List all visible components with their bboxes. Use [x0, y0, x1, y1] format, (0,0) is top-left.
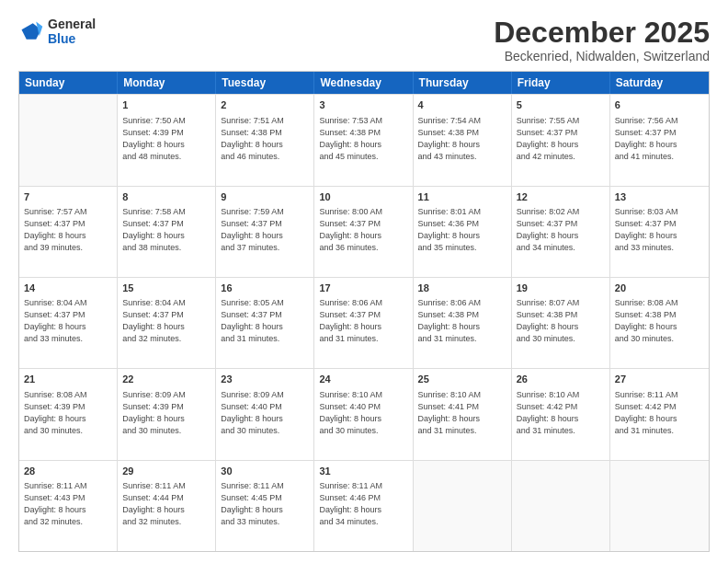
day-info: Sunrise: 8:11 AM Sunset: 4:42 PM Dayligh… — [615, 389, 704, 437]
day-info: Sunrise: 7:57 AM Sunset: 4:37 PM Dayligh… — [24, 206, 112, 254]
day-cell-9: 9Sunrise: 7:59 AM Sunset: 4:37 PM Daylig… — [216, 187, 314, 277]
day-info: Sunrise: 8:04 AM Sunset: 4:37 PM Dayligh… — [122, 297, 210, 345]
day-cell-14: 14Sunrise: 8:04 AM Sunset: 4:37 PM Dayli… — [19, 278, 118, 368]
day-number: 31 — [319, 465, 407, 478]
empty-cell — [610, 461, 709, 551]
subtitle: Beckenried, Nidwalden, Switzerland — [494, 49, 710, 63]
day-cell-12: 12Sunrise: 8:02 AM Sunset: 4:37 PM Dayli… — [512, 187, 610, 277]
week-row-2: 14Sunrise: 8:04 AM Sunset: 4:37 PM Dayli… — [19, 277, 709, 368]
logo-icon — [18, 18, 44, 44]
day-info: Sunrise: 7:55 AM Sunset: 4:37 PM Dayligh… — [517, 115, 605, 163]
day-number: 6 — [615, 98, 704, 112]
day-number: 13 — [615, 190, 704, 204]
day-number: 11 — [418, 190, 506, 204]
day-info: Sunrise: 8:02 AM Sunset: 4:37 PM Dayligh… — [517, 206, 605, 254]
day-info: Sunrise: 8:10 AM Sunset: 4:40 PM Dayligh… — [319, 389, 407, 437]
day-number: 12 — [517, 190, 605, 204]
day-number: 9 — [221, 190, 309, 204]
header: General Blue December 2025 Beckenried, N… — [18, 17, 710, 63]
day-info: Sunrise: 7:53 AM Sunset: 4:38 PM Dayligh… — [319, 115, 407, 163]
day-number: 7 — [24, 190, 112, 204]
day-info: Sunrise: 8:07 AM Sunset: 4:38 PM Dayligh… — [517, 297, 605, 345]
week-row-4: 28Sunrise: 8:11 AM Sunset: 4:43 PM Dayli… — [19, 460, 709, 551]
empty-cell — [19, 95, 118, 185]
logo-text: General Blue — [48, 17, 96, 46]
empty-cell — [414, 461, 512, 551]
day-number: 14 — [24, 282, 112, 295]
day-cell-28: 28Sunrise: 8:11 AM Sunset: 4:43 PM Dayli… — [19, 461, 118, 551]
day-info: Sunrise: 8:10 AM Sunset: 4:42 PM Dayligh… — [517, 389, 605, 437]
logo: General Blue — [18, 17, 96, 46]
calendar: SundayMondayTuesdayWednesdayThursdayFrid… — [18, 71, 710, 552]
day-number: 3 — [319, 98, 407, 112]
day-cell-4: 4Sunrise: 7:54 AM Sunset: 4:38 PM Daylig… — [414, 95, 512, 185]
day-number: 25 — [418, 373, 506, 386]
header-day-friday: Friday — [512, 72, 610, 94]
day-cell-5: 5Sunrise: 7:55 AM Sunset: 4:37 PM Daylig… — [512, 95, 610, 185]
day-number: 18 — [418, 282, 506, 295]
day-number: 30 — [221, 465, 309, 478]
day-number: 4 — [418, 98, 506, 112]
day-info: Sunrise: 8:00 AM Sunset: 4:37 PM Dayligh… — [319, 206, 407, 254]
day-number: 23 — [221, 373, 309, 386]
page: General Blue December 2025 Beckenried, N… — [0, 0, 728, 563]
day-info: Sunrise: 8:06 AM Sunset: 4:37 PM Dayligh… — [319, 297, 407, 345]
day-cell-18: 18Sunrise: 8:06 AM Sunset: 4:38 PM Dayli… — [414, 278, 512, 368]
day-cell-19: 19Sunrise: 8:07 AM Sunset: 4:38 PM Dayli… — [512, 278, 610, 368]
day-cell-2: 2Sunrise: 7:51 AM Sunset: 4:38 PM Daylig… — [216, 95, 314, 185]
week-row-1: 7Sunrise: 7:57 AM Sunset: 4:37 PM Daylig… — [19, 186, 709, 277]
day-number: 28 — [24, 465, 112, 478]
day-cell-15: 15Sunrise: 8:04 AM Sunset: 4:37 PM Dayli… — [118, 278, 216, 368]
day-number: 8 — [122, 190, 210, 204]
day-number: 16 — [221, 282, 309, 295]
calendar-body: 1Sunrise: 7:50 AM Sunset: 4:39 PM Daylig… — [19, 94, 709, 551]
day-cell-22: 22Sunrise: 8:09 AM Sunset: 4:39 PM Dayli… — [118, 369, 216, 459]
day-info: Sunrise: 8:03 AM Sunset: 4:37 PM Dayligh… — [615, 206, 704, 254]
day-number: 21 — [24, 373, 112, 386]
day-cell-29: 29Sunrise: 8:11 AM Sunset: 4:44 PM Dayli… — [118, 461, 216, 551]
day-info: Sunrise: 8:09 AM Sunset: 4:40 PM Dayligh… — [221, 389, 309, 437]
day-number: 2 — [221, 98, 309, 112]
day-cell-30: 30Sunrise: 8:11 AM Sunset: 4:45 PM Dayli… — [216, 461, 314, 551]
day-info: Sunrise: 8:06 AM Sunset: 4:38 PM Dayligh… — [418, 297, 506, 345]
day-info: Sunrise: 8:09 AM Sunset: 4:39 PM Dayligh… — [122, 389, 210, 437]
day-cell-10: 10Sunrise: 8:00 AM Sunset: 4:37 PM Dayli… — [314, 187, 413, 277]
day-info: Sunrise: 8:05 AM Sunset: 4:37 PM Dayligh… — [221, 297, 309, 345]
header-day-sunday: Sunday — [19, 72, 118, 94]
day-info: Sunrise: 7:58 AM Sunset: 4:37 PM Dayligh… — [122, 206, 210, 254]
empty-cell — [512, 461, 610, 551]
day-cell-6: 6Sunrise: 7:56 AM Sunset: 4:37 PM Daylig… — [610, 95, 709, 185]
title-block: December 2025 Beckenried, Nidwalden, Swi… — [494, 17, 710, 63]
header-day-wednesday: Wednesday — [314, 72, 413, 94]
day-info: Sunrise: 7:59 AM Sunset: 4:37 PM Dayligh… — [221, 206, 309, 254]
day-cell-3: 3Sunrise: 7:53 AM Sunset: 4:38 PM Daylig… — [314, 95, 413, 185]
day-info: Sunrise: 8:04 AM Sunset: 4:37 PM Dayligh… — [24, 297, 112, 345]
day-number: 27 — [615, 373, 704, 386]
day-number: 29 — [122, 465, 210, 478]
day-cell-17: 17Sunrise: 8:06 AM Sunset: 4:37 PM Dayli… — [314, 278, 413, 368]
day-cell-7: 7Sunrise: 7:57 AM Sunset: 4:37 PM Daylig… — [19, 187, 118, 277]
day-cell-24: 24Sunrise: 8:10 AM Sunset: 4:40 PM Dayli… — [314, 369, 413, 459]
day-info: Sunrise: 8:11 AM Sunset: 4:46 PM Dayligh… — [319, 480, 407, 528]
day-number: 20 — [615, 282, 704, 295]
week-row-3: 21Sunrise: 8:08 AM Sunset: 4:39 PM Dayli… — [19, 368, 709, 459]
header-day-thursday: Thursday — [414, 72, 512, 94]
day-info: Sunrise: 8:08 AM Sunset: 4:38 PM Dayligh… — [615, 297, 704, 345]
day-info: Sunrise: 8:10 AM Sunset: 4:41 PM Dayligh… — [418, 389, 506, 437]
day-number: 26 — [517, 373, 605, 386]
day-number: 15 — [122, 282, 210, 295]
day-info: Sunrise: 8:01 AM Sunset: 4:36 PM Dayligh… — [418, 206, 506, 254]
day-cell-8: 8Sunrise: 7:58 AM Sunset: 4:37 PM Daylig… — [118, 187, 216, 277]
day-number: 10 — [319, 190, 407, 204]
day-info: Sunrise: 8:11 AM Sunset: 4:44 PM Dayligh… — [122, 480, 210, 528]
day-number: 17 — [319, 282, 407, 295]
day-info: Sunrise: 7:54 AM Sunset: 4:38 PM Dayligh… — [418, 115, 506, 163]
day-cell-25: 25Sunrise: 8:10 AM Sunset: 4:41 PM Dayli… — [414, 369, 512, 459]
calendar-header: SundayMondayTuesdayWednesdayThursdayFrid… — [19, 72, 709, 94]
day-cell-27: 27Sunrise: 8:11 AM Sunset: 4:42 PM Dayli… — [610, 369, 709, 459]
day-info: Sunrise: 8:08 AM Sunset: 4:39 PM Dayligh… — [24, 389, 112, 437]
day-info: Sunrise: 7:51 AM Sunset: 4:38 PM Dayligh… — [221, 115, 309, 163]
day-cell-16: 16Sunrise: 8:05 AM Sunset: 4:37 PM Dayli… — [216, 278, 314, 368]
header-day-monday: Monday — [118, 72, 216, 94]
day-cell-11: 11Sunrise: 8:01 AM Sunset: 4:36 PM Dayli… — [414, 187, 512, 277]
